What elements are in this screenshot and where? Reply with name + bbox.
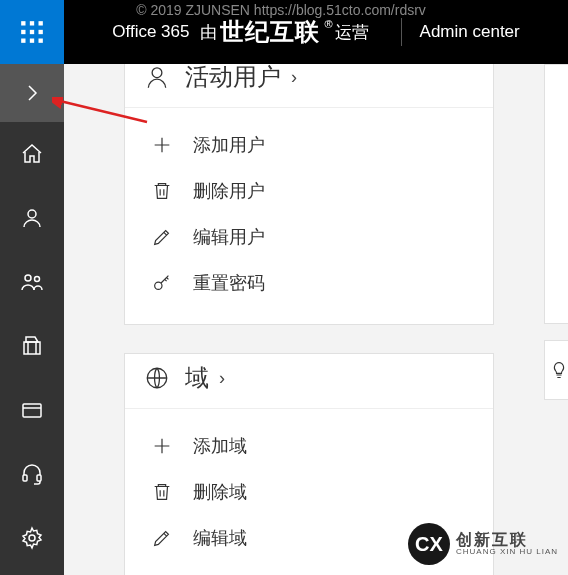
svg-rect-3 bbox=[21, 30, 25, 34]
action-edit-user[interactable]: 编辑用户 bbox=[125, 214, 493, 260]
logo-text-cn: 创新互联 bbox=[456, 532, 558, 548]
action-delete-user[interactable]: 删除用户 bbox=[125, 168, 493, 214]
sidebar-item-home[interactable] bbox=[0, 122, 64, 186]
pencil-icon bbox=[149, 224, 175, 250]
svg-rect-14 bbox=[23, 475, 27, 481]
action-reset-password[interactable]: 重置密码 bbox=[125, 260, 493, 306]
partial-card-bottom bbox=[544, 340, 568, 400]
trash-icon bbox=[149, 178, 175, 204]
globe-icon bbox=[143, 364, 171, 392]
card-title-users: 活动用户 bbox=[185, 61, 281, 93]
user-outline-icon bbox=[144, 64, 170, 90]
sidebar-item-users[interactable] bbox=[0, 186, 64, 250]
registered-mark: ® bbox=[324, 18, 332, 30]
svg-rect-15 bbox=[37, 475, 41, 481]
action-label: 添加用户 bbox=[193, 133, 265, 157]
logo-text-en: CHUANG XIN HU LIAN bbox=[456, 548, 558, 556]
action-label: 删除用户 bbox=[193, 179, 265, 203]
sidebar-expand-button[interactable] bbox=[0, 64, 64, 122]
wrench-icon bbox=[149, 571, 175, 575]
pencil-icon bbox=[149, 525, 175, 551]
svg-point-10 bbox=[25, 275, 31, 281]
key-icon bbox=[149, 270, 175, 296]
header-divider bbox=[401, 18, 402, 46]
svg-rect-6 bbox=[21, 39, 25, 43]
home-icon bbox=[20, 142, 44, 166]
logo-mark: CX bbox=[408, 523, 450, 565]
action-label: 重置密码 bbox=[193, 271, 265, 295]
by-label: 由 bbox=[200, 21, 217, 44]
users-header-icon bbox=[143, 63, 171, 91]
sidebar-item-support[interactable] bbox=[0, 442, 64, 506]
partial-card-top bbox=[544, 64, 568, 324]
admin-center-label[interactable]: Admin center bbox=[420, 22, 520, 42]
bulb-icon bbox=[549, 360, 568, 380]
gear-icon bbox=[20, 526, 44, 550]
app-launcher-button[interactable] bbox=[0, 0, 64, 64]
groups-icon bbox=[20, 270, 44, 294]
svg-rect-12 bbox=[24, 342, 40, 354]
svg-point-18 bbox=[152, 68, 162, 78]
svg-point-19 bbox=[155, 282, 162, 289]
svg-rect-7 bbox=[30, 39, 34, 43]
svg-rect-1 bbox=[30, 21, 34, 25]
svg-rect-13 bbox=[23, 404, 41, 417]
svg-rect-8 bbox=[39, 39, 43, 43]
action-add-user[interactable]: 添加用户 bbox=[125, 122, 493, 168]
svg-rect-4 bbox=[30, 30, 34, 34]
waffle-icon bbox=[19, 19, 45, 45]
sidebar-item-groups[interactable] bbox=[0, 250, 64, 314]
card-header-domains[interactable]: 域 › bbox=[125, 354, 493, 409]
card-header-users[interactable]: 活动用户 › bbox=[125, 61, 493, 108]
action-add-domain[interactable]: 添加域 bbox=[125, 423, 493, 469]
billing-icon bbox=[20, 334, 44, 358]
svg-point-16 bbox=[29, 535, 35, 541]
svg-point-11 bbox=[35, 277, 40, 282]
trash-icon bbox=[149, 479, 175, 505]
svg-rect-0 bbox=[21, 21, 25, 25]
svg-rect-5 bbox=[39, 30, 43, 34]
card-title-domains: 域 bbox=[185, 362, 209, 394]
card-body-users: 添加用户 删除用户 编辑用户 重置密码 bbox=[125, 108, 493, 324]
svg-point-9 bbox=[28, 210, 36, 218]
action-label: 编辑用户 bbox=[193, 225, 265, 249]
sidebar-item-settings[interactable] bbox=[0, 506, 64, 570]
content-area: 活动用户 › 添加用户 删除用户 编辑用户 重置密码 bbox=[64, 64, 568, 575]
chevron-right-icon: › bbox=[291, 67, 297, 88]
watermark-logo: CX 创新互联 CHUANG XIN HU LIAN bbox=[408, 523, 558, 565]
operated-label: 运营 bbox=[335, 21, 369, 44]
headset-icon bbox=[20, 462, 44, 486]
action-label: 添加域 bbox=[193, 434, 247, 458]
chevron-right-icon bbox=[20, 81, 44, 105]
chevron-right-icon: › bbox=[219, 368, 225, 389]
plus-icon bbox=[149, 433, 175, 459]
user-icon bbox=[20, 206, 44, 230]
card-icon bbox=[20, 398, 44, 422]
card-active-users: 活动用户 › 添加用户 删除用户 编辑用户 重置密码 bbox=[124, 60, 494, 325]
action-delete-domain[interactable]: 删除域 bbox=[125, 469, 493, 515]
action-label: 编辑域 bbox=[193, 526, 247, 550]
top-bar: Office 365 由 世纪互联 ® 运营 Admin center bbox=[0, 0, 568, 64]
svg-rect-2 bbox=[39, 21, 43, 25]
plus-icon bbox=[149, 132, 175, 158]
sidebar bbox=[0, 64, 64, 575]
partner-label: 世纪互联 bbox=[220, 16, 320, 48]
sidebar-item-card[interactable] bbox=[0, 378, 64, 442]
action-label: 删除域 bbox=[193, 480, 247, 504]
sidebar-item-billing[interactable] bbox=[0, 314, 64, 378]
o365-label: Office 365 bbox=[112, 22, 189, 42]
branding-area: Office 365 由 世纪互联 ® 运营 Admin center bbox=[64, 16, 568, 48]
